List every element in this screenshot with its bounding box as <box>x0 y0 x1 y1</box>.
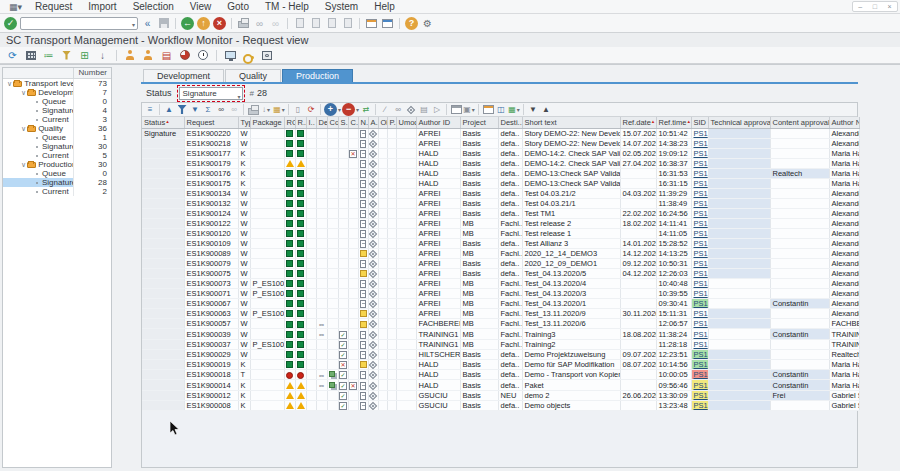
sort-descending-icon[interactable]: ▼ <box>189 104 201 116</box>
legend-icon[interactable]: ≔ <box>42 49 55 62</box>
customize-icon[interactable]: ⚙ <box>421 17 434 30</box>
table-row[interactable]: ES1K900073WP_ES10000..AFREIMBFachl..Test… <box>142 278 859 288</box>
table-row[interactable]: ES1K900029W✓HILTSCHERBasisdefa..Demo Pro… <box>142 349 859 359</box>
tab-production[interactable]: Production <box>282 69 353 82</box>
zoom-in-icon[interactable]: +▾ <box>324 104 341 116</box>
table-row[interactable]: SignatureES1K900220WAFREIBasisdefa..Stor… <box>142 128 859 138</box>
find-icon[interactable]: ∞ <box>215 104 227 116</box>
table-row[interactable]: ES1K900019K✕HALDBasisdefa..Demo für SAP … <box>142 359 859 369</box>
column-header-n-[interactable]: N.. <box>358 117 368 128</box>
tree-item-signature[interactable]: Signature4 <box>3 106 111 115</box>
filter-icon[interactable] <box>60 49 73 62</box>
copy-icon[interactable] <box>450 104 462 116</box>
tree-item-queue[interactable]: Queue0 <box>3 97 111 106</box>
sid-link[interactable]: PS1 <box>694 209 708 218</box>
tree-item-signature[interactable]: Signature30 <box>3 142 111 151</box>
shortcut-icon[interactable] <box>381 17 394 30</box>
tree-item-current[interactable]: Current3 <box>3 115 111 124</box>
print-icon[interactable] <box>237 17 250 30</box>
column-header-project[interactable]: Project <box>460 117 498 128</box>
print-icon[interactable] <box>247 104 259 116</box>
table-row[interactable]: ES1K900071WP_ES10000..AFREIMBFachl..Test… <box>142 288 859 298</box>
table-row[interactable]: ES1K900175KHALDBasisdefa..DEMO-13:Check … <box>142 178 859 188</box>
column-header-status[interactable]: Status▴ <box>142 117 184 128</box>
column-header-short-text[interactable]: Short text <box>522 117 620 128</box>
column-header-s-[interactable]: S.. <box>338 117 348 128</box>
tab-quality[interactable]: Quality <box>225 69 281 82</box>
table-row[interactable]: ES1K900124WAFREIBasisdefa..Test TM122.02… <box>142 208 859 218</box>
table-row[interactable]: ES1K900057W∞FACHBEREICHMBFachl..Test_13.… <box>142 318 859 329</box>
tree-item-queue[interactable]: Queue1 <box>3 133 111 142</box>
exit-icon[interactable]: ↑ <box>197 17 210 30</box>
export-icon[interactable]: ↓▾ <box>260 104 272 116</box>
sid-link[interactable]: PS1 <box>694 179 708 188</box>
maximize-icon[interactable]: □ <box>873 3 877 10</box>
documentation-icon[interactable]: ▤ <box>418 104 430 116</box>
import-request-icon[interactable]: ▤ <box>160 49 173 62</box>
next-page-icon[interactable] <box>325 17 338 30</box>
user-icon[interactable] <box>124 49 137 62</box>
layout-a-icon[interactable] <box>482 104 494 116</box>
system-monitor-icon[interactable] <box>224 49 237 62</box>
sid-link[interactable]: PS1 <box>694 279 708 288</box>
status-filter-dropdown[interactable]: Signature ▾ <box>179 87 243 100</box>
column-header-package[interactable]: Package <box>250 117 284 128</box>
help-icon[interactable]: ? <box>405 17 418 30</box>
zoom-out-icon[interactable]: −▾ <box>342 104 359 116</box>
column-header-obj[interactable]: Obj <box>378 117 387 128</box>
table-row[interactable]: ES1K900037WP_ES10000..✓TRAINING1MBFachl.… <box>142 339 859 349</box>
find-icon[interactable]: ∞ <box>253 17 266 30</box>
sid-link[interactable]: PS1 <box>694 199 708 208</box>
sid-link[interactable]: PS1 <box>694 259 708 268</box>
new-session-icon[interactable] <box>365 17 378 30</box>
table-row[interactable]: ES1K900120WAFREIMBFachl..Test release 11… <box>142 228 859 238</box>
back-icon[interactable]: ← <box>181 17 194 30</box>
layout-c-icon[interactable]: ▦▾ <box>508 104 520 116</box>
link-icon[interactable]: ∞ <box>392 104 404 116</box>
log-icon[interactable]: ▷ <box>431 104 443 116</box>
table-row[interactable]: ES1K900018T∞✓HALDBasisdefa..Demo - Trans… <box>142 369 859 380</box>
expander-icon[interactable]: ∨ <box>21 88 26 97</box>
tree-item-current[interactable]: Current2 <box>3 187 111 196</box>
table-row[interactable]: ES1K900063WP_ES10000..AFREIMBFachl..Test… <box>142 308 859 318</box>
sid-link[interactable]: PS1 <box>694 370 708 379</box>
sid-link[interactable]: PS1 <box>694 229 708 238</box>
column-header-ref-time[interactable]: Ref.time▴ <box>656 117 691 128</box>
choose-views-icon[interactable]: ▦▾ <box>273 104 285 116</box>
column-header-umode[interactable]: Umode <box>396 117 416 128</box>
table-row[interactable]: ES1K900014K∞✓✕HALDBasisdefa..Paket09:56:… <box>142 380 859 391</box>
sid-link[interactable]: PS1 <box>694 139 708 148</box>
table-row[interactable]: ES1K900218WAFREIBasisdefa..Story DEMO-22… <box>142 138 859 148</box>
refresh-icon[interactable]: ⟳ <box>6 49 19 62</box>
export-icon[interactable]: ↓ <box>96 49 109 62</box>
table-row[interactable]: ES1K900012K✓GSUCIUBasisNEUdemo 226.06.20… <box>142 390 859 400</box>
column-header-i-[interactable]: I.. <box>306 117 316 128</box>
table-row[interactable]: ES1K900177K✕HALDBasisdefa..DEMO-14:2. Ch… <box>142 148 859 158</box>
table-row[interactable]: ES1K900134WAFREIBasisdefa..Test 04.03.21… <box>142 188 859 198</box>
tree-item-current[interactable]: Current5 <box>3 151 111 160</box>
safe-icon[interactable] <box>260 49 273 62</box>
tree-item-queue[interactable]: Queue0 <box>3 169 111 178</box>
tree-item-production[interactable]: ∨Production30 <box>3 160 111 169</box>
close-icon[interactable]: × <box>888 3 892 10</box>
column-header-type[interactable]: Type <box>238 117 250 128</box>
sid-link[interactable]: PS1 <box>694 269 708 278</box>
column-header-ref-date[interactable]: Ref.date▴ <box>620 117 656 128</box>
edit-icon[interactable]: ∕ <box>379 104 391 116</box>
column-header-author-name[interactable]: Author Name <box>829 117 859 128</box>
table-row[interactable]: ES1K900079WAFREIBasisdefa..2020_12_09_DE… <box>142 258 859 268</box>
tag-icon[interactable] <box>405 104 417 116</box>
subtotals-icon[interactable]: Σ <box>202 104 214 116</box>
tree-item-development[interactable]: ∨Development7 <box>3 88 111 97</box>
sid-link[interactable]: PS1 <box>694 309 708 318</box>
table-row[interactable]: ES1K900122WAFREIMBFachl..Test release 21… <box>142 218 859 228</box>
schedule-clock-icon[interactable] <box>196 49 209 62</box>
enter-icon[interactable]: ✓ <box>4 17 17 30</box>
menu-selection[interactable]: Selection <box>125 1 182 12</box>
menu-view[interactable]: View <box>182 1 220 12</box>
sid-link[interactable]: PS1 <box>694 289 708 298</box>
filter-icon[interactable] <box>176 104 188 116</box>
users-icon[interactable] <box>142 49 155 62</box>
column-header-desti-[interactable]: Desti.. <box>498 117 522 128</box>
menu-goto[interactable]: Goto <box>219 1 257 12</box>
